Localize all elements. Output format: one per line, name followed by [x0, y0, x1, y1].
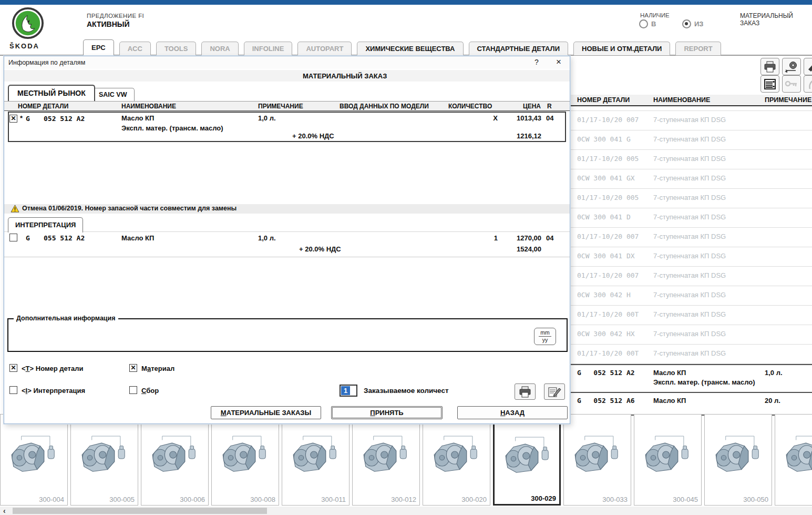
part-number: 01/17-10/20 007 — [577, 116, 639, 124]
main-tab[interactable]: TOOLS — [156, 42, 197, 55]
edit-note-button[interactable] — [544, 383, 565, 400]
dialog-titlebar[interactable]: Информация по деталям ? × — [4, 56, 570, 69]
scroll-left-arrow[interactable]: ‹ — [3, 507, 6, 515]
part-note: 20 л. — [765, 397, 780, 405]
checkbox-material[interactable] — [129, 364, 137, 372]
row-checkbox[interactable] — [9, 115, 17, 123]
list-icon — [764, 78, 776, 90]
main-tab[interactable]: СТАНДАРТНЫЕ ДЕТАЛИ — [469, 42, 569, 55]
illustration-thumbnail[interactable]: 300-012 — [352, 414, 420, 506]
parts-table-row[interactable]: 0CW 300 042 H 7-ступенчатая КП DSG — [570, 286, 812, 306]
thumbnail-label: 300-045 — [673, 496, 698, 503]
parts-table-row[interactable]: 0CW 300 042 HX 7-ступенчатая КП DSG — [570, 325, 812, 345]
part-name: 7-ступенчатая КП DSG — [653, 310, 726, 318]
main-tab[interactable]: REPORT — [675, 42, 721, 55]
hook-button[interactable] — [804, 75, 812, 93]
part-number: 0CW 300 041 D — [577, 213, 631, 221]
part-code: G — [26, 234, 30, 242]
main-tab[interactable]: AUTOPART — [297, 42, 352, 55]
illustration-thumbnail[interactable]: 300-020 — [423, 414, 490, 506]
help-button[interactable]: ? — [531, 58, 542, 66]
illustration-thumbnail[interactable]: 300-008 — [211, 414, 279, 506]
selected-part-row[interactable]: * G 052 512 A2 Масло КП Экспл. матер. (т… — [8, 112, 566, 142]
accept-button[interactable]: ПРИНЯТЬ — [331, 406, 443, 419]
material-orders-button[interactable]: МАТЕРИАЛЬНЫЕ ЗАКАЗЫ — [211, 406, 321, 419]
title-strip — [0, 0, 812, 5]
parts-table-row[interactable]: G 052 512 A2 Масло КП Экспл. матер. (тра… — [570, 364, 812, 392]
checkbox-interpretation[interactable] — [9, 386, 17, 394]
main-tab-bar: EPC ACC TOOLS NORA INFOLINE AUTOPART ХИМ… — [83, 41, 721, 55]
part-name: 7-ступенчатая КП DSG — [653, 291, 726, 299]
column-header: ВВОД ДАННЫХ ПО МОДЕЛИ — [340, 103, 429, 110]
order-quantity-input[interactable]: 1 — [340, 385, 357, 397]
mmyy-button[interactable]: mm yy — [534, 328, 556, 345]
order-quantity-label: Заказываемое количест — [364, 387, 449, 395]
part-note: 1,0 л. — [258, 234, 276, 242]
part-name: Масло КП — [653, 397, 686, 405]
parts-table-row[interactable]: 0CW 300 041 GX 7-ступенчатая КП DSG — [570, 169, 812, 189]
parts-table-row[interactable]: 0CW 300 041 D 7-ступенчатая КП DSG — [570, 208, 812, 228]
parts-table-row[interactable]: 01/17-10/20 007 7-ступенчатая КП DSG — [570, 267, 812, 286]
part-name: 7-ступенчатая КП DSG — [653, 330, 726, 338]
close-icon[interactable]: × — [553, 57, 564, 67]
part-number: 01/17-10/20 005 — [577, 155, 639, 163]
availability-radio-v[interactable]: В — [639, 19, 656, 28]
tab-interpretation[interactable]: ИНТЕРПРЕТАЦИЯ — [8, 217, 83, 233]
part-name: 7-ступенчатая КП DSG — [653, 155, 726, 163]
print-button[interactable] — [760, 58, 779, 75]
part-info-dialog: Информация по деталям ? × МАТЕРИАЛЬНЫЙ З… — [4, 56, 570, 424]
part-number: 01/17-10/20 007 — [577, 233, 639, 240]
list-view-button[interactable] — [760, 75, 779, 93]
illustration-thumbnail[interactable]: 300-050 — [704, 414, 772, 506]
wheel-suspension-icon — [785, 61, 798, 73]
main-tab[interactable]: EPC — [83, 39, 114, 55]
horizontal-scrollbar[interactable]: ‹ — [0, 507, 812, 515]
gearbox-illustration — [284, 429, 347, 488]
main-tab[interactable]: INFOLINE — [244, 42, 293, 55]
illustration-thumbnail[interactable]: 300-045 — [634, 414, 702, 506]
paint-button[interactable] — [804, 58, 812, 75]
parts-table-row[interactable]: 01/17-10/20 007 7-ступенчатая КП DSG — [570, 228, 812, 247]
parts-table-row[interactable]: 01/17-10/20 00T 7-ступенчатая КП DSG — [570, 306, 812, 325]
scrollbar-thumb[interactable] — [13, 508, 267, 514]
dialog-print-button[interactable] — [515, 383, 536, 400]
illustration-thumbnail[interactable] — [775, 414, 812, 506]
chassis-button[interactable] — [782, 58, 801, 75]
availability-radio-iz[interactable]: ИЗ — [682, 19, 704, 28]
radio-icon[interactable] — [682, 19, 691, 28]
parts-table-row[interactable]: 0CW 300 041 DX 7-ступенчатая КП DSG — [570, 247, 812, 267]
main-tab[interactable]: NORA — [201, 42, 238, 55]
illustration-thumbnail[interactable]: 300-005 — [70, 414, 138, 506]
main-tab[interactable]: ХИМИЧЕСКИЕ ВЕЩЕСТВА — [357, 42, 463, 55]
key-button[interactable] — [782, 75, 801, 93]
interp-row-checkbox[interactable] — [9, 234, 17, 241]
column-header: НОМЕР ДЕТАЛИ — [577, 96, 630, 104]
parts-table-row[interactable]: 0CW 300 041 G 7-ступенчатая КП DSG — [570, 130, 812, 150]
illustration-thumbnail[interactable]: 300-029 — [493, 414, 561, 506]
parts-table-row[interactable]: 01/17-10/20 005 7-ступенчатая КП DSG — [570, 150, 812, 169]
main-tab[interactable]: НОВЫЕ И ОТМ.ДЕТАЛИ — [573, 42, 670, 55]
tab-local-market[interactable]: МЕСТНЫЙ РЫНОК — [8, 85, 95, 101]
part-name: 7-ступенчатая КП DSG — [653, 271, 726, 279]
checkbox-material-label: Материал — [141, 365, 174, 372]
part-name: 7-ступенчатая КП DSG — [653, 194, 726, 201]
hook-icon — [807, 78, 812, 90]
additional-info-label: Дополнительная информация — [14, 315, 118, 322]
tab-saic-vw[interactable]: SAIC VW — [91, 88, 135, 101]
illustration-thumbnail[interactable]: 300-011 — [282, 414, 350, 506]
illustration-thumbnail[interactable]: 300-033 — [563, 414, 631, 506]
illustration-thumbnail[interactable]: 300-004 — [0, 414, 68, 506]
checkbox-collection[interactable] — [129, 386, 137, 394]
radio-icon[interactable] — [639, 19, 648, 28]
parts-table-row[interactable]: 01/17-10/20 005 7-ступенчатая КП DSG — [570, 189, 812, 208]
parts-table-row[interactable]: 01/17-10/20 007 7-ступенчатая КП DSG — [570, 111, 812, 130]
tab-label: AUTOPART — [306, 45, 343, 53]
checkbox-part-number[interactable] — [9, 364, 17, 372]
radio-label: В — [651, 20, 656, 28]
parts-table-row[interactable]: G 052 512 A6 Масло КП 20 л. — [570, 392, 812, 416]
illustration-thumbnail[interactable]: 300-006 — [141, 414, 209, 506]
main-tab[interactable]: ACC — [119, 42, 151, 55]
parts-table-row[interactable]: 01/17-10/20 00T 7-ступенчатая КП DSG — [570, 345, 812, 364]
back-button[interactable]: НАЗАД — [457, 406, 568, 419]
yy-label: yy — [542, 337, 548, 344]
